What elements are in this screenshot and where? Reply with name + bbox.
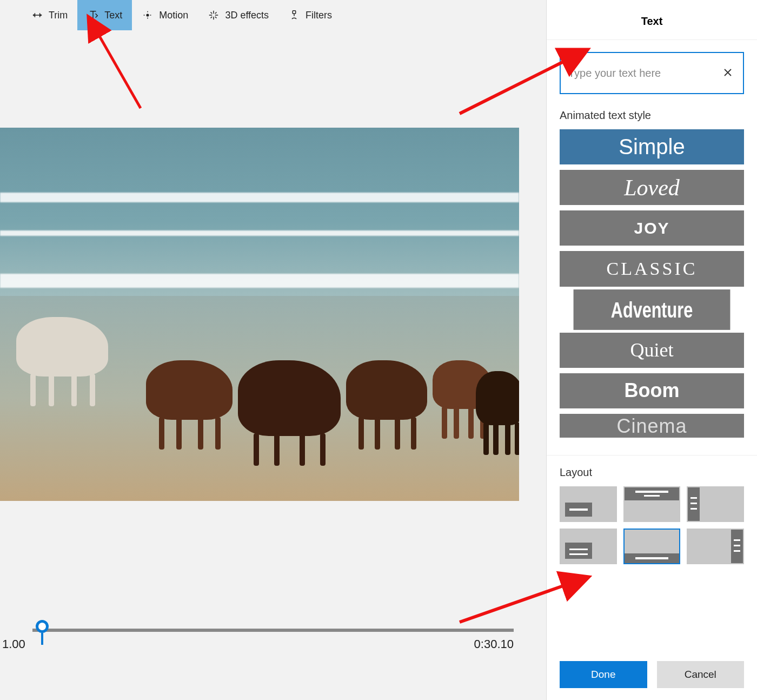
layout-option-2[interactable]	[623, 486, 681, 522]
style-loved[interactable]: Loved	[560, 170, 744, 205]
style-simple[interactable]: Simple	[560, 129, 744, 164]
sparkle-icon	[208, 9, 220, 21]
timeline-track[interactable]	[32, 629, 514, 632]
text-input-wrap	[560, 52, 744, 94]
text-input[interactable]	[568, 67, 720, 80]
3d-effects-button[interactable]: 3D effects	[198, 0, 278, 30]
layout-option-5[interactable]	[623, 529, 681, 564]
text-icon	[87, 9, 99, 21]
trim-icon	[31, 9, 43, 21]
layout-section-label: Layout	[560, 466, 744, 479]
motion-label: Motion	[159, 10, 188, 21]
layout-option-4[interactable]	[560, 529, 617, 564]
playhead-stem	[41, 633, 43, 645]
done-button[interactable]: Done	[560, 661, 647, 688]
motion-icon	[142, 9, 154, 21]
layout-grid	[560, 486, 744, 564]
style-adventure[interactable]: Adventure	[574, 289, 731, 330]
layout-option-3[interactable]	[687, 486, 744, 522]
text-label: Text	[104, 10, 122, 21]
clear-text-button[interactable]	[720, 64, 735, 83]
panel-title: Text	[547, 0, 757, 40]
video-preview[interactable]	[0, 128, 519, 501]
svg-rect-1	[293, 11, 296, 14]
filters-button[interactable]: Filters	[278, 0, 342, 30]
svg-point-0	[147, 14, 149, 16]
time-start: 1.00	[2, 637, 25, 651]
playhead-handle[interactable]	[36, 620, 49, 633]
motion-button[interactable]: Motion	[132, 0, 198, 30]
time-end: 0:30.10	[474, 637, 514, 651]
style-classic[interactable]: CLASSIC	[560, 251, 744, 286]
layout-option-6[interactable]	[687, 529, 744, 564]
style-joy[interactable]: JOY	[560, 210, 744, 246]
style-section-label: Animated text style	[560, 109, 744, 122]
timeline: 1.00 0:30.10	[0, 629, 546, 651]
style-boom[interactable]: Boom	[560, 373, 744, 408]
style-quiet[interactable]: Quiet	[560, 333, 744, 368]
filters-label: Filters	[306, 10, 332, 21]
text-button[interactable]: Text	[77, 0, 132, 30]
trim-label: Trim	[49, 10, 68, 21]
3d-label: 3D effects	[225, 10, 269, 21]
text-panel: Text Animated text style Simple Loved JO…	[546, 0, 757, 700]
style-list: Simple Loved JOY CLASSIC Adventure Quiet…	[560, 129, 744, 438]
trim-button[interactable]: Trim	[22, 0, 77, 30]
toolbar: Trim Text Motion 3D effects	[0, 0, 546, 30]
layout-option-1[interactable]	[560, 486, 617, 522]
filters-icon	[288, 9, 300, 21]
cancel-button[interactable]: Cancel	[657, 661, 745, 688]
style-cinema[interactable]: Cinema	[560, 414, 744, 438]
